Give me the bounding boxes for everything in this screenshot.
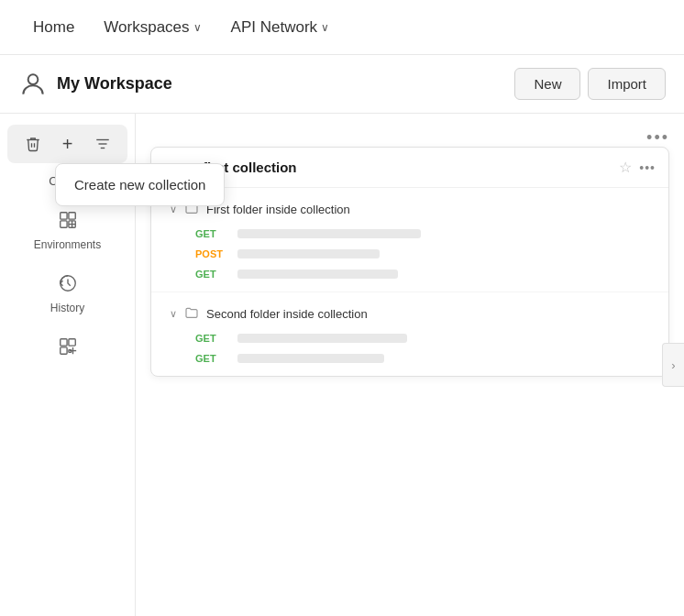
- svg-rect-12: [68, 339, 74, 346]
- request-url-bar: [237, 270, 398, 279]
- apps-icon: [58, 336, 78, 361]
- svg-rect-5: [68, 213, 74, 219]
- filter-icon[interactable]: [89, 130, 116, 158]
- tooltip-container: Create new collection: [55, 163, 225, 206]
- folder-2: ∨ Second folder inside collection GET GE…: [151, 292, 668, 376]
- method-post-badge: POST: [195, 248, 228, 259]
- request-row: GET: [151, 348, 668, 368]
- folder-2-icon: [184, 305, 199, 323]
- folder-1: ∨ First folder inside collection GET POS…: [151, 188, 668, 292]
- api-network-chevron-icon: ∨: [321, 21, 329, 34]
- expand-panel-button[interactable]: ›: [662, 343, 684, 387]
- folder-1-name: First folder inside collection: [206, 203, 350, 216]
- sidebar-toolbar: +: [7, 125, 127, 163]
- svg-rect-13: [60, 347, 66, 354]
- sidebar-item-history[interactable]: History: [0, 262, 135, 325]
- request-url-bar: [237, 249, 380, 258]
- sidebar-item-apps[interactable]: [0, 325, 135, 376]
- collection-title: My first collection: [180, 160, 612, 175]
- folder-2-chevron-icon: ∨: [170, 308, 177, 320]
- request-url-bar: [237, 229, 421, 238]
- method-get-badge: GET: [195, 228, 228, 239]
- main-layout: + Colle... Create new collection: [0, 114, 684, 616]
- collection-header: ∨ My first collection ☆ •••: [151, 148, 668, 188]
- nav-home[interactable]: Home: [22, 13, 85, 42]
- method-get-badge: GET: [195, 353, 228, 364]
- workspace-header: My Workspace New Import: [0, 55, 684, 114]
- add-icon[interactable]: +: [54, 130, 82, 158]
- svg-point-0: [28, 74, 39, 84]
- environments-icon: [58, 210, 78, 235]
- sidebar: + Colle... Create new collection: [0, 114, 136, 616]
- request-url-bar: [237, 334, 407, 343]
- history-icon: [58, 273, 78, 298]
- environments-label: Environments: [34, 238, 101, 251]
- request-row: POST: [151, 244, 668, 264]
- sidebar-item-environments[interactable]: Environments: [0, 199, 135, 262]
- svg-rect-4: [60, 213, 66, 219]
- collection-star-icon[interactable]: ☆: [619, 159, 632, 176]
- delete-icon[interactable]: [19, 130, 47, 158]
- folder-1-header[interactable]: ∨ First folder inside collection: [151, 195, 668, 224]
- create-collection-tooltip: Create new collection: [55, 163, 225, 206]
- request-row: GET: [151, 264, 668, 284]
- nav-api-network[interactable]: API Network ∨: [220, 13, 340, 42]
- svg-rect-11: [60, 339, 66, 346]
- method-get-badge: GET: [195, 333, 228, 344]
- svg-rect-6: [60, 221, 66, 227]
- workspaces-chevron-icon: ∨: [193, 21, 202, 34]
- collection-card: ∨ My first collection ☆ ••• ∨ First fold…: [150, 147, 669, 377]
- new-button[interactable]: New: [514, 68, 580, 100]
- request-row: GET: [151, 328, 668, 348]
- folder-2-header[interactable]: ∨ Second folder inside collection: [151, 300, 668, 328]
- nav-workspaces[interactable]: Workspaces ∨: [93, 13, 212, 42]
- history-label: History: [50, 302, 84, 314]
- user-icon: [18, 70, 48, 99]
- content-more-button[interactable]: •••: [646, 128, 669, 148]
- request-row: GET: [151, 224, 668, 244]
- folder-2-name: Second folder inside collection: [206, 307, 368, 321]
- workspace-title: My Workspace: [57, 74, 514, 94]
- import-button[interactable]: Import: [588, 68, 666, 100]
- request-url-bar: [237, 354, 384, 363]
- collection-more-icon[interactable]: •••: [639, 160, 656, 175]
- top-navigation: Home Workspaces ∨ API Network ∨: [0, 0, 684, 55]
- method-get-badge: GET: [195, 269, 228, 280]
